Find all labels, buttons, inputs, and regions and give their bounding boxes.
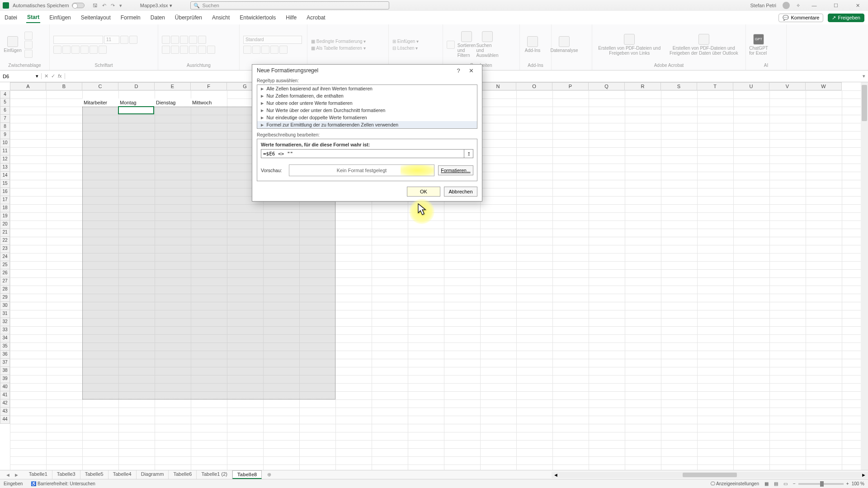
rule-type-item[interactable]: ►Nur obere oder untere Werte formatieren: [257, 99, 477, 107]
rule-type-item[interactable]: ►Nur Zellen formatieren, die enthalten: [257, 92, 477, 99]
rule-desc-label: Regelbeschreibung bearbeiten:: [257, 132, 477, 137]
rule-type-label: Regeltyp auswählen:: [257, 78, 477, 83]
formula-condition-label: Werte formatieren, für die diese Formel …: [261, 142, 473, 147]
arrow-icon: ►: [260, 108, 264, 113]
new-formatting-rule-dialog: Neue Formatierungsregel ? ✕ Regeltyp aus…: [252, 64, 482, 202]
format-button[interactable]: Formatieren...: [438, 165, 473, 175]
rule-type-item[interactable]: ►Formel zur Ermittlung der zu formatiere…: [257, 121, 477, 128]
dialog-title: Neue Formatierungsregel: [257, 67, 452, 74]
preview-label: Vorschau:: [261, 168, 285, 173]
rule-type-list[interactable]: ►Alle Zellen basierend auf ihren Werten …: [257, 84, 477, 129]
range-selector-button[interactable]: ↥: [464, 149, 473, 158]
format-preview: Kein Format festgelegt: [289, 164, 434, 176]
arrow-icon: ►: [260, 122, 264, 127]
rule-type-item[interactable]: ►Nur Werte über oder unter dem Durchschn…: [257, 107, 477, 114]
arrow-icon: ►: [260, 86, 264, 91]
dialog-titlebar[interactable]: Neue Formatierungsregel ? ✕: [252, 65, 482, 76]
ok-button[interactable]: OK: [407, 187, 440, 197]
arrow-icon: ►: [260, 100, 264, 106]
rule-type-item[interactable]: ►Alle Zellen basierend auf ihren Werten …: [257, 85, 477, 92]
dialog-help-button[interactable]: ?: [452, 67, 465, 74]
formula-input-field[interactable]: [261, 149, 464, 158]
arrow-icon: ►: [260, 93, 264, 99]
dialog-close-button[interactable]: ✕: [465, 67, 477, 74]
rule-type-item[interactable]: ►Nur eindeutige oder doppelte Werte form…: [257, 114, 477, 121]
cancel-button[interactable]: Abbrechen: [444, 187, 477, 197]
arrow-icon: ►: [260, 115, 264, 120]
